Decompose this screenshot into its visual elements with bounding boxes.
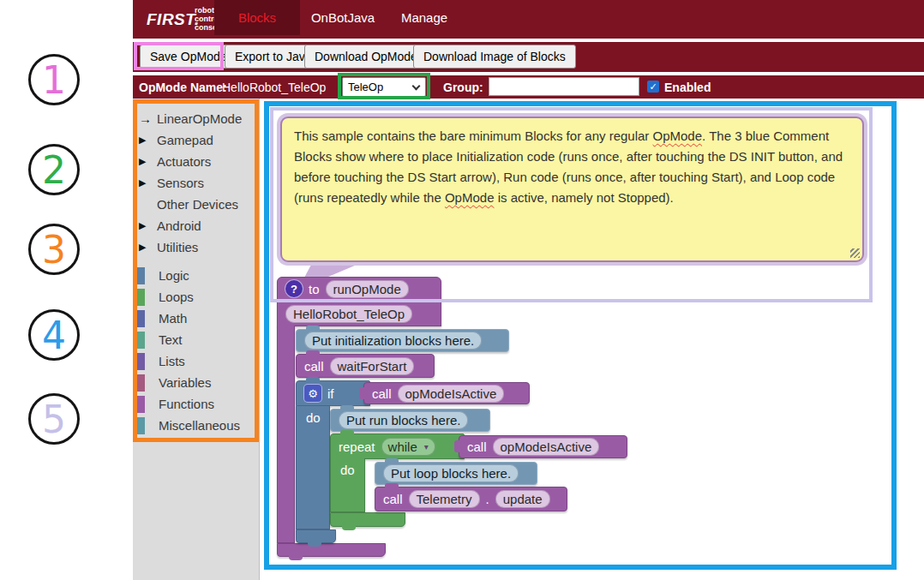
block-call-opmodeisactive-1[interactable]: call opModeIsActive [363,382,530,404]
category-label: Functions [159,397,214,411]
call-name-field: waitForStart [330,357,415,375]
collapsed-arrow-icon: ▶ [139,135,157,146]
tab-manage[interactable]: Manage [394,0,454,35]
block-keyword: call [467,439,487,454]
toolbox-item-utilities[interactable]: ▶ Utilities [133,236,259,258]
toolbox-category-loops[interactable]: Loops [133,286,259,308]
collapsed-arrow-icon: ▶ [139,156,157,167]
toolbox-item-label: Android [157,218,201,233]
toolbox-item-sensors[interactable]: ▶ Sensors [133,172,259,194]
category-label: Loops [159,290,194,304]
repeat-mode-value: while [388,439,417,455]
do-label: do [340,463,355,477]
block-repeat-left-spine[interactable]: do [330,458,365,512]
block-if-left-spine[interactable]: do [296,406,330,529]
block-comment-run[interactable]: Put run blocks here. [330,409,490,432]
block-define-bottom-bar[interactable] [277,543,386,557]
block-repeat-bottom-bar[interactable] [330,512,405,527]
repeat-mode-dropdown[interactable]: while ▾ [381,438,435,456]
comment-bubble[interactable]: This sample contains the bare minimum Bl… [280,117,864,262]
toolbox-item-android[interactable]: ▶ Android [133,215,259,236]
receiver-field: Telemetry [409,490,480,508]
enabled-checkbox[interactable]: ✓ [647,81,659,93]
procedure-name-field[interactable]: runOpMode [326,280,409,298]
category-color-bar [137,267,145,284]
toolbox-item-actuators[interactable]: ▶ Actuators [133,151,259,172]
toolbox-item-gamepad[interactable]: ▶ Gamepad [133,129,259,151]
repeat-label: repeat [339,439,375,454]
comment-text: This sample contains the bare minimum Bl… [294,129,653,143]
annotation-circle-4: 4 [28,309,80,361]
comment-field[interactable]: Put loop blocks here. [383,464,519,482]
category-label: Math [159,311,187,326]
collapsed-arrow-icon: ▶ [139,177,157,188]
chevron-down-icon [412,82,421,91]
toolbox-category-variables[interactable]: Variables [133,372,259,393]
category-color-bar [137,332,145,349]
toolbox-item-label: LinearOpMode [157,111,242,126]
block-define-runopmode[interactable]: ? to runOpMode [277,277,441,301]
opmode-name-field[interactable]: HelloRobot_TeleOp [285,305,412,323]
first-logo: FIRST. [147,10,200,29]
dropdown-arrow-icon: ▾ [424,439,429,455]
flavor-select[interactable]: TeleOp [342,77,426,97]
enabled-label: Enabled [664,81,711,94]
block-comment-init[interactable]: Put initialization blocks here. [296,329,509,352]
comment-field[interactable]: Put run blocks here. [339,411,468,429]
toolbox-item-label: Actuators [157,154,211,169]
selected-arrow-icon: → [139,111,157,126]
toolbox-item-label: Other Devices [157,197,238,212]
category-color-bar [137,310,145,327]
block-call-waitforstart[interactable]: call waitForStart [296,354,435,378]
toolbox-category-text[interactable]: Text [133,329,259,350]
gear-mutator-icon[interactable]: ⚙ [304,385,321,402]
annotation-circle-1: 1 [28,54,80,105]
question-mark-icon[interactable]: ? [285,280,303,297]
bubble-resize-handle[interactable] [850,248,860,258]
category-color-bar [137,289,145,306]
block-repeat-header[interactable]: repeat while ▾ [330,434,465,459]
dot-separator: . [486,492,489,506]
save-opmode-button[interactable]: Save OpMode [140,45,237,69]
call-name-field: opModeIsActive [398,385,505,403]
flavor-selected-value: TeleOp [348,81,383,93]
block-define-left-spine[interactable] [277,326,295,543]
category-color-bar [137,374,145,392]
tab-blocks[interactable]: Blocks [214,0,300,35]
toolbox-category-miscellaneous[interactable]: Miscellaneous [133,415,259,436]
collapsed-arrow-icon: ▶ [139,242,157,253]
block-call-opmodeisactive-2[interactable]: call opModeIsActive [459,435,627,458]
comment-field[interactable]: Put initialization blocks here. [304,332,482,350]
block-comment-loop[interactable]: Put loop blocks here. [375,462,537,485]
block-define-opmode-name-row[interactable]: HelloRobot_TeleOp [277,301,441,326]
toolbox-item-other-devices[interactable]: Other Devices [133,194,259,215]
toolbox-item-label: Sensors [157,176,204,190]
toolbox-category-math[interactable]: Math [133,308,259,329]
tab-onbotjava[interactable]: OnBotJava [304,0,381,35]
category-color-bar [137,353,145,370]
block-call-telemetry-update[interactable]: call Telemetry . update [375,487,567,511]
toolbox-item-label: Gamepad [157,133,213,147]
blocks-workspace-canvas[interactable]: This sample contains the bare minimum Bl… [260,99,924,580]
comment-text: is active, namely not Stopped). [494,190,673,205]
comment-text-misspelled: OpMode [445,190,495,205]
toolbox-item-linearopmode[interactable]: → LinearOpMode [133,108,259,129]
category-color-bar [137,417,145,434]
download-image-button[interactable]: Download Image of Blocks [413,45,576,69]
annotation-circle-5: 5 [28,393,80,445]
group-input[interactable] [489,77,639,96]
category-label: Logic [159,268,189,283]
toolbox-category-logic[interactable]: Logic [133,265,259,286]
block-if-bottom-bar[interactable] [296,529,336,543]
download-opmode-button[interactable]: Download OpMode [304,45,428,69]
annotation-circle-3: 3 [28,224,80,275]
block-keyword: call [383,492,403,506]
block-keyword: call [372,386,392,401]
call-name-field: opModeIsActive [493,438,600,456]
opmode-name-value: HelloRobot_TeleOp [222,81,326,94]
toolbox-category-functions[interactable]: Functions [133,393,259,415]
page: 1 2 3 4 5 FIRST. robot controller consol… [0,0,924,580]
category-label: Text [159,332,183,347]
if-label: if [327,386,334,401]
toolbox-category-lists[interactable]: Lists [133,350,259,372]
